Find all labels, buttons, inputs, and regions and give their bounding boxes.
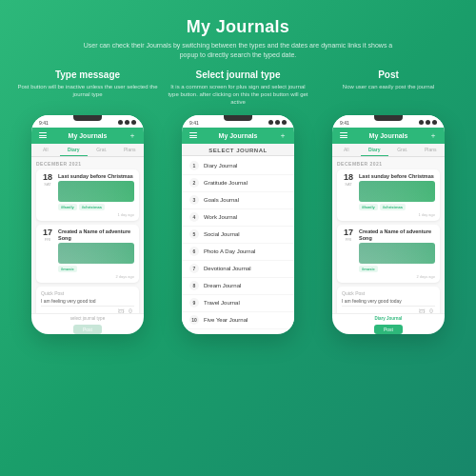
battery-icon (282, 120, 287, 125)
phone1-content: DECEMBER 2021 18 SAT Last sunday before … (31, 157, 144, 313)
entry2-image (58, 243, 134, 264)
col3-title: Post (378, 69, 399, 80)
tab-gratitude[interactable]: Grat. (88, 144, 116, 156)
list-item-gratitude[interactable]: 2 Gratitude Journal (182, 175, 294, 192)
entry2-tags: #music (58, 266, 134, 272)
phone3-tab-bar: All Diary Grat. Plans (332, 144, 445, 157)
phone3-content: DECEMBER 2021 18 SAT Last sunday before … (332, 157, 445, 313)
tab3-gratitude[interactable]: Grat. (388, 144, 417, 156)
phone1-time: 9:41 (39, 120, 49, 126)
phone1-status-bar: 9:41 (31, 115, 144, 128)
select-journal-header: SELECT JOURNAL (182, 144, 294, 156)
entry2-date: 17 FRI (41, 228, 54, 279)
plus-icon[interactable]: ＋ (129, 130, 136, 141)
phone2-time: 9:41 (189, 120, 199, 126)
signal-icon (118, 120, 123, 125)
list-item-diary[interactable]: 1 Diary Journal (182, 158, 294, 175)
phone2-status-bar: 9:41 (182, 115, 294, 128)
phone3-entry-2[interactable]: 17 FRI Created a Name of adventure Song … (337, 225, 440, 283)
plus-icon-3[interactable]: ＋ (429, 130, 437, 141)
post-button-active[interactable]: Post (374, 325, 403, 334)
journal-type-text: select journal type (36, 316, 139, 321)
tab3-all[interactable]: All (332, 144, 361, 156)
tab-plans[interactable]: Plans (116, 144, 145, 156)
hamburger-icon[interactable] (39, 132, 47, 138)
p3-quick-post-label: Quick Post (342, 290, 435, 296)
phone1-app-header: My Journals ＋ (31, 128, 144, 144)
phone2-status-icons (268, 120, 287, 125)
p3-quick-post-text[interactable]: I am feeling very good today (342, 298, 435, 307)
list-item-social[interactable]: 5 Social Journal (182, 227, 294, 244)
phone-3: 9:41 My Journals ＋ All Diary Grat. Plans (332, 115, 445, 334)
battery-icon (432, 120, 437, 125)
p3e1-date: 18 SAT (342, 173, 355, 218)
phone1-status-icons (118, 120, 136, 125)
plus-icon-2[interactable]: ＋ (279, 130, 287, 141)
list-item-travel[interactable]: 9 Travel Journal (182, 295, 294, 312)
page-subtitle: User can check their Journals by switchi… (76, 41, 400, 60)
p3e2-tags: #music (359, 266, 435, 272)
entry2-info: Created a Name of adventure Song #music … (58, 228, 134, 279)
battery-icon (131, 120, 136, 125)
phone2-app-header: My Journals ＋ (182, 128, 294, 144)
phone3-journal-type-text: Diary Journal (337, 316, 440, 321)
wifi-icon (426, 120, 430, 125)
phone2-notch (224, 115, 252, 121)
phone-2: 9:41 My Journals ＋ SELECT JOURNAL 1 Diar… (182, 115, 294, 334)
entry1-tags: #family #christmas (58, 204, 134, 210)
quick-post-label: Quick Post (41, 290, 134, 296)
quick-post-area: Quick Post I am feeling very good tod 🖼 … (36, 287, 139, 312)
phone3-status-bar: 9:41 (332, 115, 445, 128)
phone3-notch (374, 115, 403, 121)
phone3-quick-post: Quick Post I am feeling very good today … (337, 287, 440, 312)
p3e1-image (359, 181, 435, 202)
p3e2-image (359, 243, 435, 264)
column-select-journal: Select journal type It is a common scree… (168, 69, 308, 334)
phone3-journal-type-selector: Diary Journal (332, 313, 445, 325)
p3e1-tags: #family #christmas (359, 204, 435, 210)
phone1-notch (73, 115, 102, 121)
list-item-devotional[interactable]: 7 Devotional Journal (182, 261, 294, 278)
signal-icon (419, 120, 424, 125)
col3-desc: Now user can easily post the journal (343, 83, 434, 108)
phone3-time: 9:41 (340, 120, 349, 126)
phone1-tab-bar: All Diary Grat. Plans (31, 144, 144, 157)
phone3-status-icons (419, 120, 437, 125)
journal-type-selector: select journal type (31, 313, 144, 325)
hamburger-icon-3[interactable] (340, 132, 347, 138)
phone3-date-label: DECEMBER 2021 (337, 161, 440, 167)
col1-title: Type message (55, 69, 120, 80)
col1-desc: Post button will be inactive unless the … (17, 83, 158, 108)
list-item-dream[interactable]: 8 Dream Journal (182, 278, 294, 295)
columns-container: Type message Post button will be inactiv… (10, 69, 466, 334)
list-item-photo[interactable]: 6 Photo A Day Journal (182, 244, 294, 261)
signal-icon (268, 120, 273, 125)
phone3-entry-1[interactable]: 18 SAT Last sunday before Christmas #fam… (337, 169, 440, 222)
phone2-app-title: My Journals (219, 132, 258, 139)
phone-1: 9:41 My Journals ＋ All Diary Grat. Plans (31, 115, 144, 334)
entry1-image (58, 181, 134, 202)
col2-title: Select journal type (196, 69, 281, 80)
column-post: Post Now user can easily post the journa… (318, 69, 459, 334)
journal-entry-2[interactable]: 17 FRI Created a Name of adventure Song … (36, 225, 139, 283)
entry1-date: 18 SAT (41, 173, 54, 218)
list-item-work[interactable]: 4 Work Journal (182, 209, 294, 227)
p3e2-date: 17 FRI (342, 228, 355, 279)
post-button-disabled[interactable]: Post (73, 325, 102, 334)
column-type-message: Type message Post button will be inactiv… (17, 69, 158, 334)
list-item-goals[interactable]: 3 Goals Journal (182, 192, 294, 209)
hamburger-icon-2[interactable] (189, 132, 197, 138)
col2-desc: It is a common screen for plus sign and … (168, 83, 308, 108)
quick-post-text[interactable]: I am feeling very good tod (41, 298, 134, 307)
wifi-icon (125, 120, 129, 125)
tab3-diary[interactable]: Diary (361, 144, 389, 156)
phone3-app-title: My Journals (369, 132, 408, 139)
tab-diary[interactable]: Diary (60, 144, 89, 156)
list-item-fiveyear[interactable]: 10 Five Year Journal (182, 312, 294, 329)
tab-all-journals[interactable]: All (31, 144, 60, 156)
journal-entry-1[interactable]: 18 SAT Last sunday before Christmas #fam… (36, 169, 139, 222)
wifi-icon (275, 120, 280, 125)
page-title: My Journals (187, 17, 289, 37)
journal-list: 1 Diary Journal 2 Gratitude Journal 3 Go… (182, 156, 294, 331)
tab3-plans[interactable]: Plans (417, 144, 446, 156)
